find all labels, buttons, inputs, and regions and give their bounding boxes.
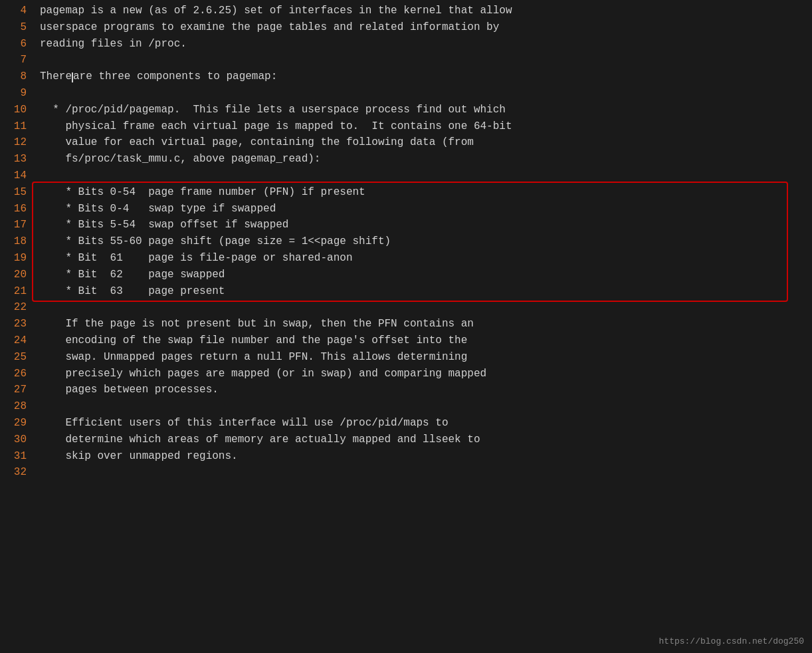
code-line: * Bit 62 page swapped xyxy=(40,267,812,283)
line-number: 32 xyxy=(0,464,27,481)
line-number: 4 xyxy=(0,3,27,19)
line-number: 14 xyxy=(0,168,27,184)
line-number: 22 xyxy=(0,299,27,316)
line-number: 8 xyxy=(0,68,27,85)
line-number: 23 xyxy=(0,316,27,332)
code-viewer: 4567891011121314151617181920212223242526… xyxy=(0,0,812,653)
line-number: 12 xyxy=(0,134,27,151)
line-number: 21 xyxy=(0,283,27,300)
line-number: 15 xyxy=(0,184,27,201)
line-number: 28 xyxy=(0,398,27,415)
line-number: 10 xyxy=(0,102,27,118)
code-line: physical frame each virtual page is mapp… xyxy=(40,118,812,135)
line-number: 9 xyxy=(0,85,27,102)
code-line: pages between processes. xyxy=(40,382,812,398)
code-line: Efficient users of this interface will u… xyxy=(40,415,812,432)
line-number: 6 xyxy=(0,36,27,53)
code-line: userspace programs to examine the page t… xyxy=(40,19,812,36)
line-number: 17 xyxy=(0,217,27,233)
code-line: If the page is not present but in swap, … xyxy=(40,316,812,332)
line-number: 31 xyxy=(0,448,27,465)
code-line: swap. Unmapped pages return a null PFN. … xyxy=(40,349,812,366)
code-line: precisely which pages are mapped (or in … xyxy=(40,366,812,382)
code-line: * Bits 0-4 swap type if swapped xyxy=(40,201,812,217)
code-line: * /proc/pid/pagemap. This file lets a us… xyxy=(40,102,812,118)
line-number: 29 xyxy=(0,415,27,432)
code-line: * Bits 0-54 page frame number (PFN) if p… xyxy=(40,184,812,201)
code-line: reading files in /proc. xyxy=(40,36,812,53)
code-line xyxy=(40,299,812,316)
code-line: * Bit 61 page is file-page or shared-ano… xyxy=(40,250,812,267)
code-line: * Bits 55-60 page shift (page size = 1<<… xyxy=(40,233,812,250)
line-number: 16 xyxy=(0,201,27,217)
line-numbers: 4567891011121314151617181920212223242526… xyxy=(0,0,35,653)
code-line: determine which areas of memory are actu… xyxy=(40,432,812,448)
code-line: encoding of the swap file number and the… xyxy=(40,332,812,349)
line-number: 5 xyxy=(0,19,27,36)
line-number: 26 xyxy=(0,366,27,382)
code-line: skip over unmapped regions. xyxy=(40,448,812,465)
code-content[interactable]: pagemap is a new (as of 2.6.25) set of i… xyxy=(35,0,812,653)
line-number: 24 xyxy=(0,332,27,349)
line-number: 18 xyxy=(0,233,27,250)
code-line: * Bit 63 page present xyxy=(40,283,812,300)
line-number: 13 xyxy=(0,151,27,168)
code-line xyxy=(40,398,812,415)
code-line: value for each virtual page, containing … xyxy=(40,134,812,151)
watermark: https://blog.csdn.net/dog250 xyxy=(659,635,804,648)
code-line: fs/proc/task_mmu.c, above pagemap_read): xyxy=(40,151,812,168)
line-number: 30 xyxy=(0,432,27,448)
code-line xyxy=(40,85,812,102)
code-line xyxy=(40,168,812,184)
line-number: 11 xyxy=(0,118,27,135)
line-number: 20 xyxy=(0,267,27,283)
code-line: Thereare three components to pagemap: xyxy=(40,68,812,85)
code-line: * Bits 5-54 swap offset if swapped xyxy=(40,217,812,233)
line-number: 25 xyxy=(0,349,27,366)
line-number: 7 xyxy=(0,52,27,68)
code-line xyxy=(40,464,812,481)
code-line xyxy=(40,52,812,68)
code-line: pagemap is a new (as of 2.6.25) set of i… xyxy=(40,3,812,19)
line-number: 19 xyxy=(0,250,27,267)
line-number: 27 xyxy=(0,382,27,398)
